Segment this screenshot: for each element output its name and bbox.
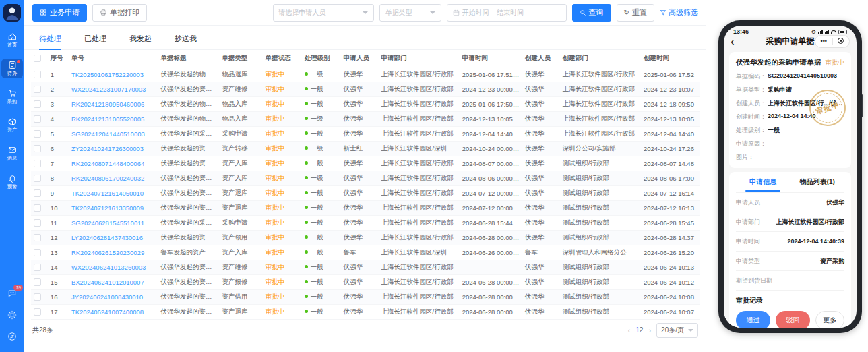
- prev-page-button[interactable]: ‹: [628, 326, 631, 334]
- approval-records-heading: 审批记录: [736, 290, 844, 310]
- cell-seq: 10: [48, 200, 69, 215]
- cell-apply-time: 2024-07-12 00:00:...: [460, 185, 522, 200]
- order-no-link[interactable]: TK202501061752220003: [71, 71, 144, 78]
- phone-tab-申请信息[interactable]: 申请信息: [736, 172, 790, 192]
- business-apply-button[interactable]: 业务申请: [32, 4, 87, 22]
- page-size-select[interactable]: 20条/页: [656, 323, 698, 338]
- row-checkbox[interactable]: [34, 293, 41, 301]
- order-no-link[interactable]: TK202407121613350009: [71, 204, 144, 212]
- row-checkbox[interactable]: [34, 130, 41, 138]
- more-menu-button[interactable]: •••: [815, 36, 832, 47]
- order-no-link[interactable]: SG202406281545510011: [71, 219, 144, 227]
- order-no-link[interactable]: TK202407121614050010: [71, 189, 144, 197]
- row-checkbox[interactable]: [34, 249, 41, 256]
- approve-button[interactable]: 通过: [736, 311, 770, 328]
- chevron-down-icon: [688, 329, 693, 332]
- order-no-link[interactable]: TK202406241007400008: [71, 308, 144, 316]
- row-checkbox[interactable]: [34, 100, 41, 108]
- row-checkbox[interactable]: [34, 145, 41, 152]
- detail-row: 期望到货日期: [736, 270, 844, 290]
- level-dot-icon: [305, 235, 308, 239]
- cell-apply-time: 2024-06-26 00:00:...: [460, 245, 522, 260]
- row-checkbox[interactable]: [34, 278, 41, 286]
- row-checkbox[interactable]: [34, 115, 41, 123]
- row-checkbox[interactable]: [34, 71, 41, 78]
- order-no-link[interactable]: RK202408061700240032: [71, 175, 144, 182]
- select-all-checkbox[interactable]: [34, 55, 41, 62]
- cell-type: 资产转移: [220, 141, 263, 156]
- row-checkbox[interactable]: [34, 264, 41, 271]
- chat-support-icon[interactable]: 19: [7, 289, 17, 301]
- sidebar-item-purchase[interactable]: 采购: [1, 87, 23, 107]
- level-dot-icon: [305, 310, 308, 313]
- cell-seq: 2: [48, 82, 69, 96]
- applicant-select[interactable]: 请选择申请人员: [273, 4, 374, 22]
- compass-icon[interactable]: [7, 332, 17, 344]
- tab-我发起[interactable]: 我发起: [129, 28, 152, 50]
- order-no-link[interactable]: RK202412131005520005: [71, 115, 144, 123]
- table-row: 5SG202412041440510003伏强华发起的采购...采购申请审批中一…: [31, 126, 700, 141]
- doc-type-select[interactable]: 单据类型: [379, 4, 441, 22]
- tab-已处理[interactable]: 已处理: [84, 28, 106, 50]
- reset-button[interactable]: ↻ 重置: [617, 4, 654, 22]
- cell-applicant: 伏强华: [341, 230, 379, 245]
- cell-status: 审批中: [263, 171, 302, 185]
- order-no-link[interactable]: ZY202410241726300003: [71, 145, 144, 152]
- sidebar-item-home[interactable]: 首页: [1, 30, 23, 50]
- cell-create-time: 2025-01-06 17:52: [641, 67, 700, 82]
- cell-applicant: 伏强华: [341, 96, 379, 111]
- close-capsule-button[interactable]: [833, 36, 850, 47]
- order-no-link[interactable]: LY202406281437430016: [71, 234, 143, 241]
- cell-apply-time: [460, 260, 522, 274]
- next-page-button[interactable]: ›: [648, 326, 651, 334]
- sidebar-item-assets[interactable]: 资产: [1, 115, 23, 135]
- order-no-link[interactable]: RK202406261520230029: [71, 249, 144, 256]
- sidebar-item-messages[interactable]: 消息: [1, 144, 23, 163]
- phone-clock: 13:46: [733, 28, 749, 35]
- cell-level: 一般: [302, 126, 341, 141]
- cell-title: 伏强华发起的物品...: [158, 111, 219, 126]
- phone-tab-物品列表(1)[interactable]: 物品列表(1): [790, 172, 845, 192]
- cell-status: 审批中: [263, 289, 302, 304]
- reject-button[interactable]: 驳回: [776, 311, 810, 328]
- row-checkbox[interactable]: [34, 189, 41, 197]
- cell-level: 一般: [302, 96, 341, 111]
- field-label: 单据类型：: [736, 86, 766, 94]
- order-no-link[interactable]: JY202406241008430010: [71, 293, 143, 301]
- more-button[interactable]: 更多: [815, 311, 844, 328]
- search-button[interactable]: 查询: [572, 4, 611, 22]
- sidebar-item-todo[interactable]: 待办: [1, 59, 23, 78]
- row-checkbox[interactable]: [34, 175, 41, 182]
- order-no-link[interactable]: WX202412231007170003: [71, 86, 146, 93]
- cell-create-time: 2024-12-13 10:05: [641, 111, 700, 126]
- cell-type: 资产入库: [220, 171, 263, 185]
- row-checkbox[interactable]: [34, 308, 41, 316]
- sidebar-item-alerts[interactable]: 预警: [1, 172, 23, 192]
- order-no-link[interactable]: BX202406241012010007: [71, 278, 144, 286]
- settings-gear-icon[interactable]: [7, 310, 17, 322]
- cell-status: 审批中: [263, 126, 302, 141]
- tab-抄送我[interactable]: 抄送我: [175, 28, 197, 50]
- page-2-button[interactable]: 2: [640, 326, 644, 334]
- cell-title: 伏强华发起的采购...: [158, 215, 219, 230]
- row-checkbox[interactable]: [34, 86, 41, 93]
- print-documents-button[interactable]: 单据打印: [92, 4, 147, 22]
- row-checkbox[interactable]: [34, 234, 41, 241]
- cell-apply-time: 2024-06-28 00:00:...: [460, 230, 522, 245]
- cell-type: 资产退库: [220, 200, 263, 215]
- cell-create-dept: 测试组织/行政部: [560, 200, 641, 215]
- row-checkbox[interactable]: [34, 204, 41, 212]
- row-checkbox[interactable]: [34, 160, 41, 167]
- order-no-link[interactable]: WX202406241013260003: [71, 264, 146, 271]
- avatar[interactable]: [3, 4, 21, 22]
- field-label: 单据编码：: [736, 72, 766, 81]
- cell-level: 一级: [302, 67, 341, 82]
- order-no-link[interactable]: RK202408071448400064: [71, 160, 144, 167]
- order-no-link[interactable]: SG202412041440510003: [71, 130, 145, 138]
- order-no-link[interactable]: RK202412180950460006: [71, 100, 144, 108]
- advanced-filter-link[interactable]: 高级筛选: [660, 7, 698, 18]
- tab-待处理[interactable]: 待处理: [39, 28, 61, 50]
- refresh-icon: ↻: [624, 9, 629, 16]
- row-checkbox[interactable]: [34, 219, 41, 227]
- date-range-input[interactable]: 开始时间 - 结束时间: [447, 4, 567, 22]
